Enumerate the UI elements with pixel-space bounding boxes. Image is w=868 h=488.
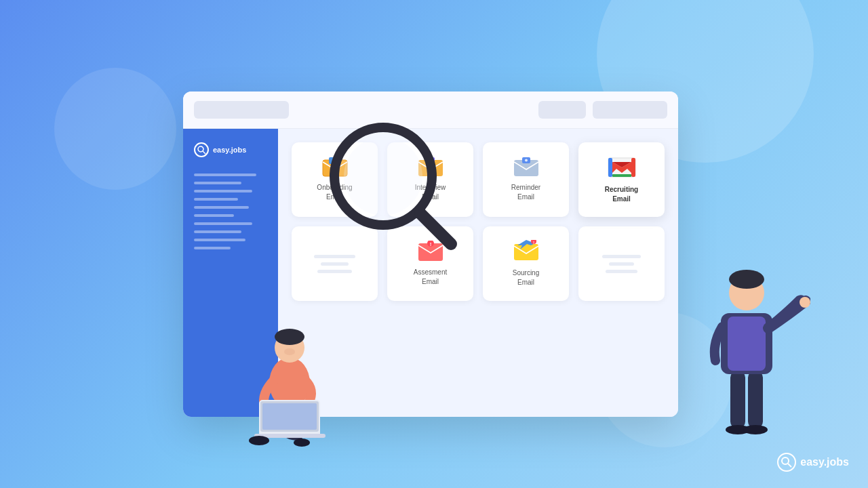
card-sourcing-label: SourcingEmail <box>513 268 539 287</box>
svg-point-46 <box>782 458 789 464</box>
browser-search-bar <box>194 101 289 119</box>
browser-btn-1 <box>538 101 586 119</box>
svg-point-43 <box>729 275 764 310</box>
svg-text:@: @ <box>332 159 338 165</box>
svg-rect-34 <box>254 434 326 438</box>
svg-point-36 <box>294 439 310 447</box>
svg-point-44 <box>729 270 764 289</box>
card-interview-label: InternviewEmail <box>415 183 446 202</box>
app-content: @ OnboardingEmail InternviewEmail <box>278 129 678 417</box>
svg-point-12 <box>525 159 528 162</box>
email-cards-grid: @ OnboardingEmail InternviewEmail <box>292 142 665 301</box>
app-sidebar: easy.jobs <box>183 129 278 417</box>
svg-rect-38 <box>748 371 763 428</box>
card-empty-1 <box>292 226 378 301</box>
svg-point-40 <box>743 425 768 434</box>
card-onboarding-label: OnboardingEmail <box>317 183 352 202</box>
sourcing-email-icon: ! <box>513 240 539 263</box>
svg-text:!: ! <box>429 241 431 247</box>
card-assesment-label: AssesmentEmail <box>414 268 447 287</box>
sidebar-nav-lines <box>194 174 267 249</box>
svg-rect-16 <box>612 174 631 177</box>
bg-decoration-circle-3 <box>54 68 176 190</box>
browser-window: easy.jobs @ <box>183 92 678 417</box>
bottom-logo: easy.jobs <box>777 453 849 472</box>
card-onboarding[interactable]: @ OnboardingEmail <box>292 142 378 217</box>
bottom-logo-icon <box>777 453 796 472</box>
svg-point-35 <box>249 436 269 445</box>
onboarding-email-icon: @ <box>322 157 348 178</box>
card-reminder[interactable]: ReminderEmail <box>483 142 569 217</box>
card-interview[interactable]: InternviewEmail <box>387 142 473 217</box>
sidebar-logo: easy.jobs <box>194 142 267 157</box>
card-recruiting-label: RecruitingEmail <box>605 185 638 204</box>
bottom-logo-text: easy.jobs <box>800 456 849 468</box>
svg-point-39 <box>726 425 750 434</box>
card-sourcing[interactable]: ! SourcingEmail <box>483 226 569 301</box>
interview-email-icon <box>418 157 443 178</box>
svg-rect-37 <box>730 371 745 428</box>
svg-rect-42 <box>728 317 766 371</box>
sidebar-logo-text: easy.jobs <box>213 146 246 154</box>
assesment-email-icon: ! <box>418 241 443 262</box>
sidebar-logo-icon <box>194 142 209 157</box>
svg-line-1 <box>203 151 205 154</box>
svg-rect-15 <box>631 158 635 177</box>
svg-rect-7 <box>427 157 435 163</box>
card-reminder-label: ReminderEmail <box>511 183 540 202</box>
svg-rect-14 <box>608 158 612 177</box>
browser-topbar <box>183 92 678 129</box>
card-recruiting[interactable]: RecruitingEmail <box>578 142 665 217</box>
svg-point-45 <box>800 297 810 308</box>
svg-line-47 <box>788 464 791 467</box>
card-assesment[interactable]: ! AssesmentEmail <box>387 226 473 301</box>
card-empty-2 <box>578 226 665 301</box>
svg-point-0 <box>198 146 203 152</box>
svg-text:!: ! <box>533 241 534 245</box>
svg-rect-20 <box>514 244 538 260</box>
recruiting-email-icon <box>607 155 637 180</box>
browser-btn-2 <box>593 101 667 119</box>
reminder-email-icon <box>513 157 539 178</box>
